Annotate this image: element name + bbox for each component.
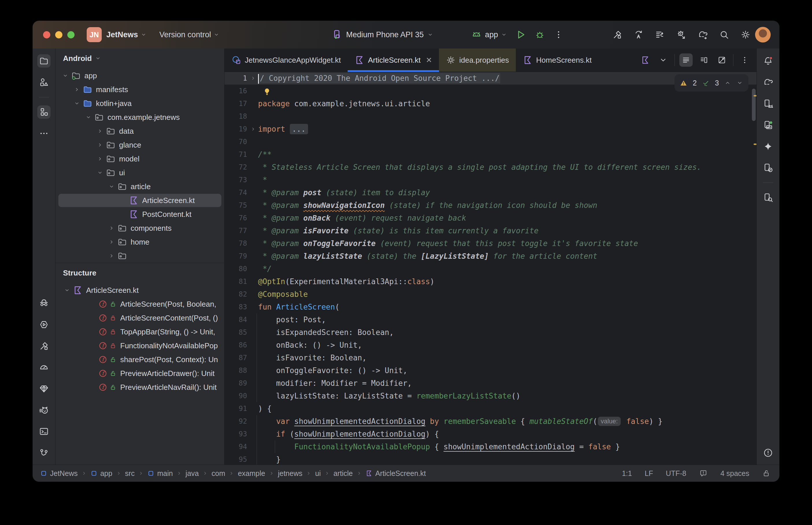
run-configuration-selector[interactable]: app [471,29,507,40]
breadcrumb-item-example[interactable]: example [238,469,265,478]
gradle-sync-button[interactable] [697,29,709,41]
structure-item[interactable]: fsharePost(Post, Context): Un [56,352,224,366]
tool-window-button-profiler[interactable] [37,361,50,374]
line-number[interactable]: 89 [224,377,248,390]
line-number[interactable]: 84 [224,313,248,326]
tool-window-button-version-control[interactable] [37,446,50,460]
structure-item[interactable]: fPreviewArticleDrawer(): Unit [56,366,224,380]
line-number[interactable]: 91 [224,402,248,415]
code-line-83[interactable]: 83fun ArticleScreen( [224,301,756,313]
structure-item[interactable]: fTopAppBar(String, () -> Unit, [56,325,224,339]
tool-window-button-app-inspection[interactable] [37,297,50,310]
device-selector[interactable]: Medium Phone API 35 [332,29,434,40]
settings-button[interactable] [739,29,752,41]
project-tree-item-glance[interactable]: glance [56,138,224,152]
project-tree-item-data[interactable]: data [56,124,224,138]
line-number[interactable]: 16 [224,85,248,97]
line-number[interactable]: 87 [224,351,248,364]
tool-window-button-device-manager[interactable] [762,97,775,110]
line-number[interactable]: 88 [224,364,248,377]
project-tree-item-PostContent.kt[interactable]: PostContent.kt [56,207,224,221]
warning-stripe-mark[interactable] [754,95,756,96]
code-line-86[interactable]: 86 onBack: () -> Unit, [224,339,756,351]
breadcrumb-item-article[interactable]: article [334,469,353,478]
line-number[interactable]: 80 [224,262,248,275]
line-number[interactable]: 94 [224,440,248,453]
tool-window-button-terminal[interactable] [37,425,50,438]
breadcrumb-item-ArticleScreen.kt[interactable]: ArticleScreen.kt [366,469,426,478]
editor-tab-ArticleScreen.kt[interactable]: ArticleScreen.kt✕ [348,48,439,72]
design-preview-view-button[interactable] [715,54,728,67]
user-avatar[interactable] [755,27,771,43]
project-tree-item-ArticleScreen.kt[interactable]: ArticleScreen.kt [56,194,224,207]
line-number[interactable]: 72 [224,161,248,174]
breadcrumb-item-com[interactable]: com [211,469,225,478]
editor-tabs-dropdown-button[interactable] [656,54,670,67]
line-number[interactable]: 19 [224,123,248,135]
code-line-76[interactable]: 76 * @param onBack (event) request navig… [224,212,756,224]
code-line-77[interactable]: 77 * @param isFavorite (state) is this i… [224,224,756,237]
code-line-18[interactable]: 18 [224,110,756,123]
active-file-indicator-button[interactable] [639,54,652,67]
caret-position[interactable]: 1:1 [622,469,632,478]
tool-window-button-device-streaming[interactable] [762,161,775,175]
run-button[interactable] [515,29,526,40]
line-number[interactable]: 78 [224,237,248,250]
code-line-73[interactable]: 73 * [224,174,756,186]
breadcrumb-item-java[interactable]: java [186,469,199,478]
structure-item[interactable]: fArticleScreenContent(Post, () [56,311,224,325]
project-menu[interactable]: JetNews [106,30,147,39]
vcs-menu[interactable]: Version control [160,30,220,39]
code-line-75[interactable]: 75 * @param showNavigationIcon (state) i… [224,199,756,212]
project-tree-item-ui[interactable]: ui [56,166,224,180]
code-line-85[interactable]: 85 isExpandedScreen: Boolean, [224,326,756,339]
search-everywhere-button[interactable] [718,29,730,41]
line-separator[interactable]: LF [645,469,653,478]
line-number[interactable]: 77 [224,224,248,237]
tool-window-button-running-devices[interactable] [762,118,775,132]
sync-project-button[interactable] [633,29,645,41]
code-line-91[interactable]: 91) { [224,402,756,415]
build-button[interactable] [611,29,623,41]
line-number[interactable]: 90 [224,390,248,402]
tool-window-button-run[interactable] [37,318,50,331]
editor-tab-idea.properties[interactable]: idea.properties [439,48,516,72]
tool-window-button-app-quality-insights[interactable] [37,382,50,395]
next-problem-button[interactable] [736,79,743,86]
line-number[interactable]: 18 [224,110,248,123]
indent-style[interactable]: 4 spaces [720,469,749,478]
editor-tab-JetnewsGlanceAppWidget.kt[interactable]: JetnewsGlanceAppWidget.kt [224,48,348,72]
line-number[interactable]: 92 [224,415,248,428]
fold-marker-icon[interactable] [250,126,256,132]
project-tree-item-app[interactable]: app [56,69,224,82]
writable-toggle-icon[interactable] [762,469,771,478]
code-line-89[interactable]: 89 modifier: Modifier = Modifier, [224,377,756,390]
tool-window-button-structure[interactable] [37,105,50,119]
line-number[interactable]: 1 [224,72,248,85]
highlight-level-icon[interactable] [699,469,708,478]
code-line-92[interactable]: 92 var showUnimplementedActionDialog by … [224,415,756,428]
structure-root[interactable]: ArticleScreen.kt [56,283,224,297]
tool-window-button-resource-manager[interactable] [37,76,50,89]
breadcrumb-item-src[interactable]: src [125,469,135,478]
tool-window-button-gradle[interactable] [762,76,775,89]
breadcrumb-item-ui[interactable]: ui [315,469,321,478]
line-number[interactable]: 95 [224,453,248,465]
structure-item[interactable]: fPreviewArticleNavRail(): Unit [56,380,224,394]
line-number[interactable]: 73 [224,174,248,186]
code-line-82[interactable]: 82@Composable [224,288,756,301]
code-editor[interactable]: 1/ Copyright 2020 The Android Open Sourc… [224,72,756,465]
line-number[interactable]: 82 [224,288,248,301]
zoom-window-button[interactable] [67,31,75,39]
line-number[interactable]: 71 [224,148,248,161]
line-number[interactable]: 85 [224,326,248,339]
line-number[interactable]: 75 [224,199,248,212]
tool-window-button-logcat[interactable] [37,403,50,417]
tool-window-button-build[interactable] [37,339,50,352]
breadcrumb-item-main[interactable]: main [147,469,173,478]
attach-debugger-button[interactable] [675,29,688,41]
code-line-87[interactable]: 87 isFavorite: Boolean, [224,351,756,364]
tool-window-button-device-explorer[interactable] [762,191,775,204]
file-encoding[interactable]: UTF-8 [666,469,686,478]
line-number[interactable]: 79 [224,250,248,262]
